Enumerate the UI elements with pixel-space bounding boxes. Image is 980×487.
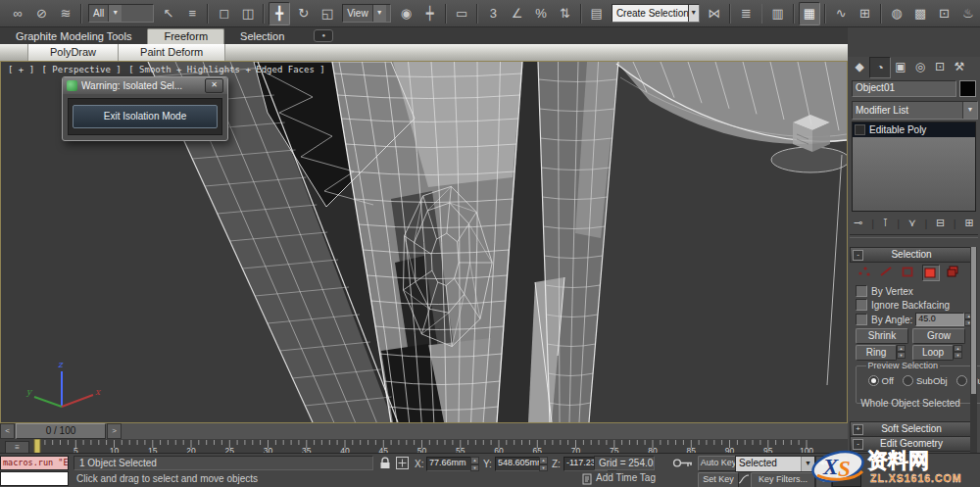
ring-spinner[interactable]: ▲▼ <box>897 345 906 359</box>
select-object-icon[interactable]: ↖ <box>158 2 179 25</box>
use-pivot-point-center-icon[interactable]: ◉ <box>395 2 416 25</box>
tab-freeform[interactable]: Freeform <box>147 28 224 44</box>
object-color-swatch[interactable] <box>959 80 976 97</box>
hierarchy-tab[interactable]: ▣ <box>891 57 910 76</box>
render-production-icon[interactable]: ♨ <box>957 2 979 25</box>
graphite-ribbon-toggle-icon[interactable]: ▦ <box>799 2 820 25</box>
default-tangent-icon[interactable] <box>738 473 750 485</box>
select-and-rotate-icon[interactable]: ↻ <box>292 2 314 25</box>
set-key-button[interactable]: Set Key <box>698 472 739 487</box>
subobject-vertex-icon[interactable] <box>858 265 873 279</box>
layer-manager-icon[interactable]: ▥ <box>766 2 788 25</box>
snaps-toggle-3d-icon[interactable]: 3 <box>482 2 504 25</box>
preview-subobj-radio[interactable]: SubObj <box>903 375 948 386</box>
rollout-soft-selection[interactable]: + Soft Selection <box>850 421 973 437</box>
next-frame-arrow[interactable]: > <box>107 423 122 439</box>
modifier-stack[interactable]: Editable Poly <box>852 122 976 212</box>
angle-snap-icon[interactable]: ∠ <box>507 2 528 25</box>
by-vertex-checkbox[interactable]: By Vertex <box>856 285 913 297</box>
bind-to-space-warp-icon[interactable]: ≋ <box>55 2 76 25</box>
close-icon[interactable]: ✕ <box>205 78 223 93</box>
grow-button[interactable]: Grow <box>912 328 965 344</box>
viewport-menu-pov[interactable]: [ Perspective ] <box>42 65 122 74</box>
preview-off-radio[interactable]: Off <box>868 375 895 386</box>
tab-selection[interactable]: Selection <box>224 29 300 44</box>
checkbox-icon[interactable] <box>856 299 867 311</box>
display-tab[interactable]: ⊡ <box>930 57 950 76</box>
set-keys-key-icon[interactable] <box>672 458 694 468</box>
create-tab[interactable]: ◆ <box>850 57 869 76</box>
select-and-scale-icon[interactable]: ◱ <box>317 2 338 25</box>
subobject-border-icon[interactable] <box>901 265 916 279</box>
loop-spinner[interactable]: ▲▼ <box>954 345 962 359</box>
tab-graphite-modeling-tools[interactable]: Graphite Modeling Tools <box>0 29 147 44</box>
stack-item-editable-poly[interactable]: Editable Poly <box>853 122 975 137</box>
align-icon[interactable]: ≣ <box>735 2 757 25</box>
x-spinner[interactable]: ▲▼ <box>470 457 479 471</box>
selection-lock-icon[interactable] <box>379 457 391 469</box>
reference-coordinate-dropdown[interactable]: View▼ <box>342 4 391 23</box>
select-by-name-icon[interactable]: ≡ <box>181 2 203 25</box>
modify-tab[interactable]: ◔ <box>869 57 891 78</box>
mirror-icon[interactable]: ⋈ <box>704 2 725 25</box>
maxscript-input[interactable] <box>0 471 69 486</box>
edit-named-selection-sets-icon[interactable]: ▤ <box>586 2 608 25</box>
schematic-view-icon[interactable]: ⊞ <box>854 2 875 25</box>
selection-filter-dropdown[interactable]: All▼ <box>88 4 154 23</box>
select-and-move-icon[interactable]: ╋ <box>269 2 290 25</box>
expand-icon[interactable]: + <box>853 424 863 435</box>
configure-modifier-sets-icon[interactable]: ⊞ <box>964 217 973 229</box>
ring-button[interactable]: Ring <box>856 345 897 361</box>
modifier-list-dropdown[interactable]: Modifier List ▼ <box>852 101 978 120</box>
stack-bulb-icon[interactable] <box>855 124 865 135</box>
select-and-link-icon[interactable]: ∞ <box>7 2 28 25</box>
window-crossing-toggle-icon[interactable]: ◫ <box>237 2 259 25</box>
shrink-button[interactable]: Shrink <box>856 328 908 344</box>
y-spinner[interactable]: ▲▼ <box>539 457 548 471</box>
rectangular-selection-region-icon[interactable]: ◻ <box>213 2 234 25</box>
rendered-frame-window-icon[interactable]: ⊡ <box>933 2 955 25</box>
curve-editor-icon[interactable]: ∿ <box>830 2 852 25</box>
motion-tab[interactable]: ◎ <box>910 57 930 76</box>
percent-snap-icon[interactable]: % <box>530 2 552 25</box>
checkbox-icon[interactable] <box>856 285 867 297</box>
rollout-selection[interactable]: - Selection <box>850 247 973 263</box>
dialog-titlebar[interactable]: Warning: Isolated Sel... ✕ <box>63 77 227 94</box>
time-slider-handle[interactable]: 0 / 100 <box>16 423 106 439</box>
previous-frame-arrow[interactable]: < <box>0 423 15 439</box>
x-coordinate-field[interactable]: 77.66mm <box>426 457 474 471</box>
perspective-viewport[interactable]: zyx [ + ] [ Perspective ] [ Smooth + Hig… <box>0 61 848 423</box>
key-selection-dropdown[interactable]: Selected ▼ <box>735 456 815 472</box>
named-selection-sets-dropdown[interactable]: Create Selection Se▼ <box>612 4 700 23</box>
pin-stack-icon[interactable]: ⊸ <box>854 217 862 229</box>
utilities-tab[interactable]: ⚒ <box>950 57 969 76</box>
ribbon-config-icon[interactable]: ● <box>314 29 333 42</box>
tab-paint-deform[interactable]: Paint Deform <box>119 44 225 61</box>
key-filters-button[interactable]: Key Filters... <box>751 472 815 487</box>
make-unique-icon[interactable]: ⋎ <box>908 217 916 229</box>
by-angle-field[interactable]: 45.0 <box>915 313 964 326</box>
spinner-snap-icon[interactable]: ⇅ <box>554 2 575 25</box>
auto-key-button[interactable]: Auto Key <box>698 456 739 471</box>
panel-scrollbar[interactable] <box>970 247 977 453</box>
render-setup-icon[interactable]: ▩ <box>909 2 931 25</box>
absolute-mode-icon[interactable] <box>396 457 409 469</box>
add-time-tag[interactable]: Add Time Tag <box>596 472 674 483</box>
tab-polydraw[interactable]: PolyDraw <box>27 44 119 61</box>
material-editor-icon[interactable]: ◍ <box>886 2 907 25</box>
loop-button[interactable]: Loop <box>912 345 954 361</box>
maxscript-mini-listener[interactable]: macros.run "Ed <box>0 456 69 470</box>
subobject-polygon-icon[interactable] <box>922 265 940 281</box>
viewport-menu-shading[interactable]: [ Smooth + Highlights + Edged Faces ] <box>128 65 324 74</box>
select-and-manipulate-icon[interactable]: ┿ <box>419 2 441 25</box>
keyboard-shortcut-override-icon[interactable]: ▭ <box>451 2 472 25</box>
subobject-edge-icon[interactable] <box>879 265 895 279</box>
object-name-field[interactable]: Object01 <box>852 80 956 97</box>
collapse-icon[interactable]: - <box>853 250 863 261</box>
show-end-result-icon[interactable]: ⊺ <box>883 217 889 229</box>
y-coordinate-field[interactable]: 548.605mm <box>495 457 543 471</box>
remove-modifier-icon[interactable]: ⊟ <box>936 217 945 229</box>
subobject-element-icon[interactable] <box>946 265 961 279</box>
by-angle-checkbox[interactable] <box>856 314 867 325</box>
ignore-backfacing-checkbox[interactable]: Ignore Backfacing <box>856 299 950 311</box>
